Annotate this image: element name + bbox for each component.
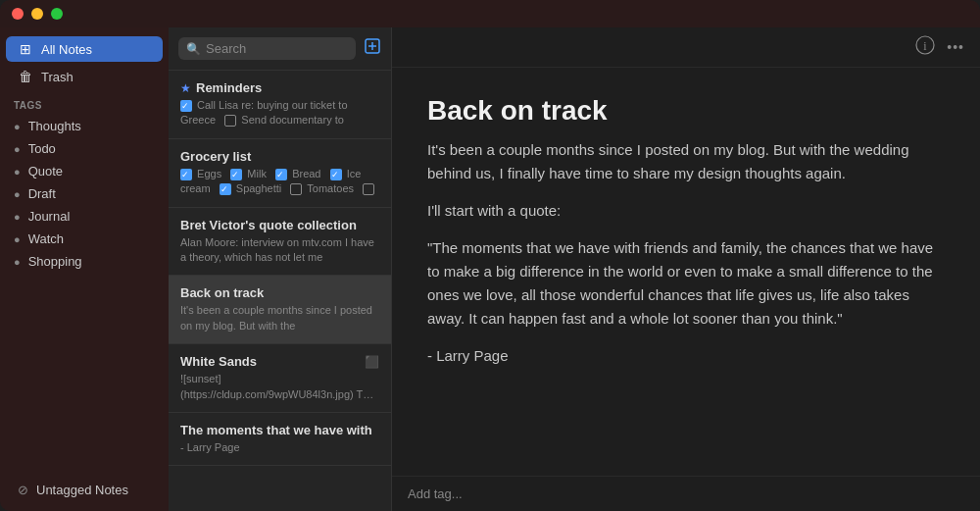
- checkbox-checked: [180, 100, 192, 112]
- sidebar-item-journal[interactable]: ● Journal: [0, 205, 169, 228]
- note-item-whitesands[interactable]: White Sands ⬛ ![sunset](https://cldup.co…: [169, 344, 391, 413]
- note-item-grocery[interactable]: Grocery list Eggs Milk Bread Ice cream S…: [169, 139, 391, 208]
- note-title: Reminders: [196, 80, 379, 95]
- note-item-reminders[interactable]: ★ Reminders Call Lisa re: buying our tic…: [169, 71, 391, 139]
- checkbox-checked: [180, 169, 192, 180]
- note-item-moments[interactable]: The moments that we have with - Larry Pa…: [169, 413, 391, 466]
- grid-icon: ⊞: [18, 41, 33, 57]
- main-toolbar: i •••: [392, 27, 980, 68]
- tag-icon: ●: [14, 143, 21, 155]
- sidebar-item-draft[interactable]: ● Draft: [0, 182, 169, 205]
- note-title: Bret Victor's quote collection: [180, 218, 379, 232]
- sidebar-tag-label: Watch: [28, 231, 64, 246]
- search-input[interactable]: [206, 41, 348, 56]
- note-title: White Sands: [180, 354, 360, 369]
- search-box[interactable]: 🔍: [178, 37, 356, 60]
- sidebar-tag-label: Todo: [28, 141, 56, 156]
- svg-text:i: i: [924, 39, 928, 53]
- note-preview: Alan Moore: interview on mtv.com I have …: [180, 235, 379, 266]
- tag-icon: ●: [14, 188, 21, 200]
- sidebar-tag-label: Draft: [28, 186, 56, 201]
- checkbox-unchecked: [224, 115, 236, 127]
- star-icon: ★: [180, 81, 191, 95]
- sidebar-tag-label: Shopping: [28, 254, 82, 269]
- tags-section-label: Tags: [0, 90, 169, 115]
- trash-icon: 🗑: [18, 69, 33, 84]
- note-preview: Call Lisa re: buying our ticket to Greec…: [180, 98, 379, 128]
- untagged-icon: ⊘: [18, 483, 28, 497]
- untagged-label: Untagged Notes: [36, 483, 128, 497]
- note-preview: - Larry Page: [180, 440, 379, 455]
- close-button[interactable]: [12, 8, 24, 20]
- sidebar-tag-label: Journal: [28, 209, 71, 224]
- sidebar-item-quote[interactable]: ● Quote: [0, 160, 169, 182]
- note-list: 🔍 ★ Reminders Call Lisa re: buying: [169, 27, 392, 511]
- sidebar-item-untagged[interactable]: ⊘ Untagged Notes: [6, 478, 163, 502]
- checkbox-checked: [230, 169, 242, 180]
- checkbox-checked: [220, 183, 231, 195]
- info-button[interactable]: i: [915, 35, 935, 59]
- tag-icon: ●: [14, 121, 21, 132]
- sidebar-item-shopping[interactable]: ● Shopping: [0, 250, 169, 273]
- sidebar-item-label: Trash: [41, 70, 74, 84]
- image-icon: ⬛: [365, 355, 379, 369]
- new-note-button[interactable]: [364, 37, 381, 60]
- note-item-header: White Sands ⬛: [180, 354, 379, 369]
- sidebar: ⊞ All Notes 🗑 Trash Tags ● Thoughts ● To…: [0, 27, 169, 511]
- note-item-header: Back on track: [180, 285, 379, 300]
- note-preview: It's been a couple months since I posted…: [180, 303, 379, 333]
- sidebar-tag-label: Thoughts: [28, 119, 81, 133]
- search-icon: 🔍: [186, 42, 201, 56]
- note-list-header: 🔍: [169, 27, 391, 71]
- note-item-header: ★ Reminders: [180, 80, 379, 95]
- sidebar-item-all-notes[interactable]: ⊞ All Notes: [6, 36, 163, 62]
- sidebar-item-todo[interactable]: ● Todo: [0, 137, 169, 160]
- note-preview: ![sunset](https://cldup.com/9wpWU84l3n.j…: [180, 372, 379, 402]
- sidebar-item-trash[interactable]: 🗑 Trash: [6, 64, 163, 89]
- checkbox-unchecked: [290, 183, 302, 195]
- note-footer: Add tag...: [392, 476, 980, 511]
- note-title: Back on track: [180, 285, 379, 300]
- compose-icon: [364, 37, 381, 55]
- note-paragraph-1: It's been a couple months since I posted…: [427, 138, 945, 185]
- note-title: The moments that we have with: [180, 423, 379, 437]
- sidebar-item-label: All Notes: [41, 42, 92, 57]
- tag-icon: ●: [14, 233, 21, 245]
- note-preview: Eggs Milk Bread Ice cream Spaghetti Toma…: [180, 167, 379, 197]
- note-paragraph-quote: "The moments that we have with friends a…: [427, 236, 945, 331]
- tag-icon: ●: [14, 166, 21, 178]
- more-options-button[interactable]: •••: [947, 39, 964, 55]
- add-tag-button[interactable]: Add tag...: [408, 486, 463, 501]
- note-paragraph-2: I'll start with a quote:: [427, 199, 945, 223]
- titlebar: [0, 0, 980, 27]
- note-body: It's been a couple months since I posted…: [427, 138, 945, 368]
- note-item-header: The moments that we have with: [180, 423, 379, 437]
- note-main-title: Back on track: [427, 95, 945, 127]
- minimize-button[interactable]: [31, 8, 43, 20]
- note-item-header: Bret Victor's quote collection: [180, 218, 379, 232]
- app-body: ⊞ All Notes 🗑 Trash Tags ● Thoughts ● To…: [0, 27, 980, 511]
- info-icon: i: [915, 35, 935, 55]
- sidebar-tag-label: Quote: [28, 164, 63, 179]
- note-item-backontrack[interactable]: Back on track It's been a couple months …: [169, 276, 391, 344]
- main-content: i ••• Back on track It's been a couple m…: [392, 27, 980, 511]
- notes-scroll[interactable]: ★ Reminders Call Lisa re: buying our tic…: [169, 71, 391, 511]
- note-item-header: Grocery list: [180, 149, 379, 164]
- note-title: Grocery list: [180, 149, 379, 164]
- note-paragraph-attribution: - Larry Page: [427, 344, 945, 368]
- checkbox-unchecked: [363, 183, 374, 195]
- note-item-bret[interactable]: Bret Victor's quote collection Alan Moor…: [169, 208, 391, 277]
- checkbox-checked: [330, 169, 342, 180]
- note-content-area: Back on track It's been a couple months …: [392, 68, 980, 476]
- tag-icon: ●: [14, 211, 21, 223]
- tag-icon: ●: [14, 256, 21, 268]
- checkbox-checked: [275, 169, 287, 180]
- maximize-button[interactable]: [51, 8, 63, 20]
- sidebar-item-thoughts[interactable]: ● Thoughts: [0, 115, 169, 137]
- sidebar-item-watch[interactable]: ● Watch: [0, 228, 169, 250]
